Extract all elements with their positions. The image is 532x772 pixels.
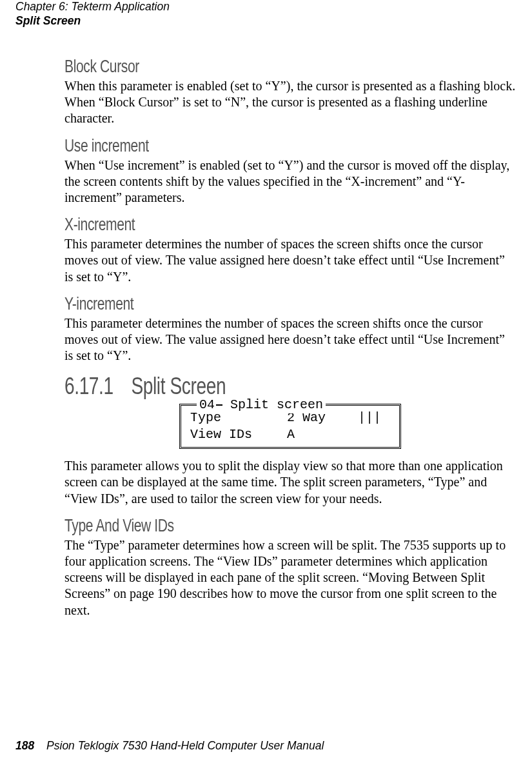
page-header: Chapter 6: Tekterm Application Split Scr… — [15, 0, 170, 28]
manual-title: Psion Teklogix 7530 Hand-Held Computer U… — [46, 739, 324, 752]
heading-use-increment: Use increment — [64, 136, 417, 156]
section-label: Split Screen — [15, 14, 170, 28]
figure-legend: 04 Split screen — [197, 397, 326, 413]
content-area: Block Cursor When this parameter is enab… — [64, 57, 516, 628]
chapter-label: Chapter 6: Tekterm Application — [15, 0, 170, 14]
page: Chapter 6: Tekterm Application Split Scr… — [0, 0, 532, 772]
figure-row-suffix: ||| — [358, 410, 381, 426]
body-type-view-ids: The “Type” parameter determines how a sc… — [64, 537, 516, 619]
figure-legend-text: Split screen — [222, 397, 323, 412]
figure-row: View IDs A — [190, 426, 390, 443]
split-screen-figure: 04 Split screen Type 2 Way ||| View IDs … — [179, 404, 401, 449]
figure-legend-prefix: 04 — [199, 397, 215, 412]
page-footer: 188 Psion Teklogix 7530 Hand-Held Comput… — [15, 739, 324, 753]
figure-row-label: View IDs — [190, 426, 287, 443]
heading-x-increment: X-increment — [64, 215, 417, 235]
figure-wrap: 04 Split screen Type 2 Way ||| View IDs … — [64, 404, 516, 449]
heading-block-cursor: Block Cursor — [64, 57, 417, 77]
body-use-increment: When “Use increment” is enabled (set to … — [64, 157, 516, 206]
page-number: 188 — [15, 739, 34, 752]
body-x-increment: This parameter determines the number of … — [64, 236, 516, 285]
body-split-screen: This parameter allows you to split the d… — [64, 458, 516, 507]
figure-row-value: A — [287, 426, 358, 443]
heading-split-screen: 6.17.1 Split Screen — [64, 373, 417, 400]
body-block-cursor: When this parameter is enabled (set to “… — [64, 78, 516, 127]
figure-legend-dash-icon — [216, 404, 222, 406]
heading-type-view-ids: Type And View IDs — [64, 516, 417, 536]
body-y-increment: This parameter determines the number of … — [64, 315, 516, 364]
heading-y-increment: Y-increment — [64, 294, 417, 314]
